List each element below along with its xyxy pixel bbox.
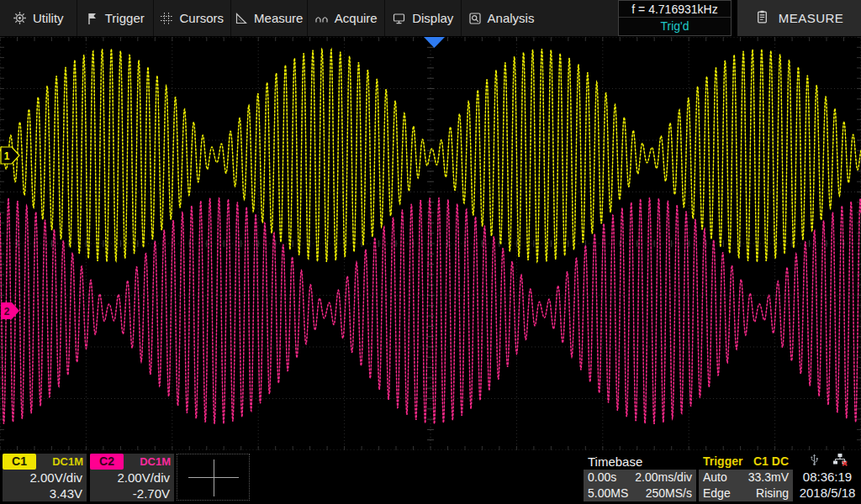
timebase-samples: 5.00MS <box>588 486 628 501</box>
trigger-frequency-readout: f = 4.716931kHz Trig'd <box>618 0 732 36</box>
top-menu-bar: Utility Trigger Cursors Measure Acquire … <box>0 0 861 37</box>
menu-label: Acquire <box>335 11 378 25</box>
channel-1-descriptor[interactable]: C1 DC1M 2.00V/div 3.43V <box>3 454 87 501</box>
status-bar: C1 DC1M 2.00V/div 3.43V C2 DC1M 2.00V/di… <box>0 451 861 504</box>
trigger-title: Trigger <box>703 454 742 470</box>
menu-trigger[interactable]: Trigger <box>77 0 155 36</box>
clock-panel: 08:36:19 2018/5/18 <box>795 454 859 501</box>
menu-display[interactable]: Display <box>385 0 462 36</box>
menu-label: Measure <box>254 11 303 25</box>
menu-label: Trigger <box>105 11 145 25</box>
lan-error-icon <box>832 453 848 470</box>
trigger-level: 33.3mV <box>748 470 789 486</box>
menu-acquire[interactable]: Acquire <box>308 0 385 36</box>
trigger-mode: Auto <box>703 470 727 486</box>
trigger-panel[interactable]: Trigger C1 DC Auto 33.3mV Edge Rising <box>699 454 793 501</box>
channel-2-scale: 2.00V/div <box>90 470 174 486</box>
trigger-position-marker[interactable] <box>424 37 445 48</box>
channel-2-marker-label: 2 <box>4 306 10 318</box>
add-channel-button[interactable] <box>177 454 250 501</box>
menu-measure[interactable]: Measure <box>231 0 309 36</box>
clock-time: 08:36:19 <box>795 469 859 485</box>
waveform-display-area[interactable]: 12 <box>0 37 861 450</box>
channel-1-coupling: DC1M <box>52 454 83 470</box>
channel-1-scale: 2.00V/div <box>3 470 87 486</box>
trigger-state-badge: Trig'd <box>619 18 731 34</box>
clock-date: 2018/5/18 <box>795 485 859 501</box>
channel-2-descriptor[interactable]: C2 DC1M 2.00V/div -2.70V <box>90 454 174 501</box>
monitor-icon <box>392 12 406 25</box>
menu-label: Cursors <box>179 11 224 25</box>
acquire-arches-icon <box>314 12 329 25</box>
gear-icon <box>13 11 27 25</box>
clipboard-icon <box>755 9 769 27</box>
menu-utility[interactable]: Utility <box>0 0 77 36</box>
usb-icon <box>808 453 821 470</box>
channel-1-marker-label: 1 <box>4 150 10 162</box>
menu-label: Display <box>412 11 453 25</box>
menu-label: Analysis <box>488 11 535 25</box>
cursors-grid-icon <box>160 12 173 25</box>
timebase-delay: 0.00s <box>588 470 616 486</box>
set-square-icon <box>235 12 248 25</box>
magnifier-doc-icon <box>468 12 482 25</box>
menu-analysis[interactable]: Analysis <box>462 0 541 36</box>
trigger-slope: Rising <box>756 486 789 501</box>
measure-button-label: MEASURE <box>779 11 844 25</box>
channel-1-offset: 3.43V <box>3 486 87 501</box>
channel-2-coupling: DC1M <box>140 454 171 470</box>
measure-panel-button[interactable]: MEASURE <box>737 0 861 36</box>
channel-2-offset: -2.70V <box>90 486 174 501</box>
timebase-panel[interactable]: Timebase 0.00s 2.00ms/div 5.00MS 250MS/s <box>584 454 696 501</box>
channel-1-badge: C1 <box>3 454 36 470</box>
channel-2-badge: C2 <box>90 454 124 470</box>
frequency-value: f = 4.716931kHz <box>619 1 731 18</box>
timebase-rate: 250MS/s <box>646 486 692 501</box>
menu-strip: Utility Trigger Cursors Measure Acquire … <box>0 0 618 36</box>
timebase-title: Timebase <box>588 454 642 470</box>
trigger-type: Edge <box>703 486 731 501</box>
timebase-scale: 2.00ms/div <box>635 470 692 486</box>
flag-icon <box>86 12 99 25</box>
menu-label: Utility <box>33 11 64 25</box>
trigger-source: C1 DC <box>753 454 789 470</box>
menu-cursors[interactable]: Cursors <box>154 0 231 36</box>
